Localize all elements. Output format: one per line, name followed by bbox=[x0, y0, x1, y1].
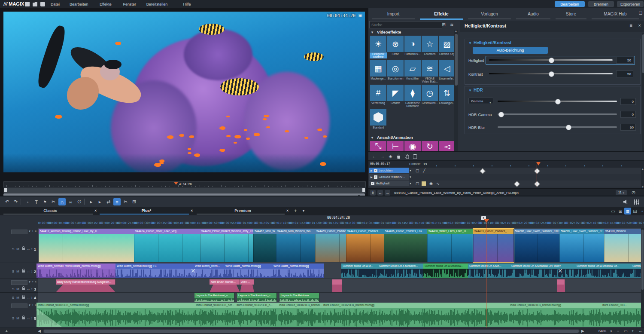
scene-overview-icon[interactable]: ⊞ bbox=[617, 208, 624, 214]
resize-h-icon[interactable]: ↔ bbox=[27, 270, 30, 273]
title-clip-body[interactable] bbox=[557, 285, 565, 292]
track-add-icon[interactable]: + bbox=[32, 280, 33, 283]
gamma-dropdown[interactable]: Gamma▼ bbox=[468, 98, 493, 104]
lock-icon[interactable] bbox=[22, 297, 25, 299]
lock-icon[interactable] bbox=[22, 248, 25, 250]
row-checkbox[interactable]: ✓ bbox=[371, 182, 374, 185]
track-close-icon[interactable]: × bbox=[35, 280, 36, 283]
keyframe-row-header[interactable]: ▶✓Größe/Position/... bbox=[369, 174, 409, 180]
curve-cut-icon[interactable]: ✂ bbox=[122, 198, 129, 205]
solo-button[interactable]: S bbox=[12, 316, 15, 320]
audio-clip[interactable]: Wind Blasts_norm... bbox=[194, 264, 225, 278]
mini-monitor-icon[interactable]: ▫ bbox=[639, 208, 644, 214]
animation-tile-size-position[interactable]: ⤡ bbox=[370, 141, 386, 151]
keyframe-scrollbar[interactable]: ▲ ▼ bbox=[641, 168, 644, 188]
unit-value[interactable]: 1s bbox=[423, 162, 427, 166]
v-scroll-thumb[interactable] bbox=[641, 230, 644, 290]
ambience-clip[interactable]: Laguna In The Rainforest_n... bbox=[237, 293, 277, 302]
video-clip[interactable]: 544460_Picnic_Basket_Woman_Jetty_Car bbox=[200, 229, 254, 262]
keyframe-ruler[interactable]: 00:00:05:17 Einheit: 1s bbox=[368, 160, 644, 168]
menu-datei[interactable]: Datei bbox=[51, 2, 60, 6]
title-clip[interactable]: Alex ... bbox=[240, 279, 254, 285]
video-clip[interactable]: 564320_Women... bbox=[604, 229, 644, 262]
row-dropdown-icon[interactable]: ▼ bbox=[408, 168, 413, 173]
resize-v-icon[interactable]: ↕ bbox=[31, 247, 33, 251]
mouse-mode-stretch-icon[interactable]: ⇄ bbox=[105, 198, 112, 205]
mute-button[interactable]: M bbox=[16, 270, 20, 273]
title-clip-body[interactable] bbox=[332, 285, 342, 292]
tab-store[interactable]: Store bbox=[556, 12, 586, 16]
delete-keyframe-icon[interactable] bbox=[395, 153, 402, 159]
music-clip[interactable]: Ibiza Chillout_983823EB_normal.mxcogg bbox=[322, 303, 509, 327]
range-start-handle[interactable] bbox=[4, 188, 7, 192]
vertical-scrollbar[interactable] bbox=[641, 228, 644, 328]
resize-v-icon[interactable]: ↕ bbox=[31, 296, 33, 300]
resize-v-icon[interactable]: ↕ bbox=[31, 270, 33, 273]
video-clip[interactable]: 544467_Man_W... bbox=[253, 229, 276, 262]
effect-tile-gaussian-blur[interactable]: ⧫ bbox=[404, 85, 421, 101]
slider-value[interactable]: 0 bbox=[620, 98, 636, 105]
keyframe-diamond[interactable] bbox=[514, 181, 520, 187]
prev-keyframe-icon[interactable]: ← bbox=[371, 153, 377, 159]
collapse-panel-icon[interactable]: ≫ bbox=[370, 190, 376, 196]
effect-tile-punch-shapes[interactable]: ◎ bbox=[387, 60, 404, 77]
copy-keyframe-icon[interactable] bbox=[404, 153, 410, 159]
preview-ruler[interactable]: 4:34:20 bbox=[3, 181, 366, 187]
zoom-range-icon[interactable]: ↔ bbox=[638, 329, 642, 333]
video-clip[interactable]: 544493_Canoe_Paddles_... bbox=[473, 229, 514, 262]
row-dropdown-icon[interactable]: ▼ bbox=[408, 181, 413, 186]
title-clip[interactable]: Baby Kruffy Randbeschneidung Ausgleich..… bbox=[56, 279, 115, 285]
row-dropdown-icon[interactable]: ▼ bbox=[408, 175, 413, 180]
mode-button-bearbeiten[interactable]: Bearbeiten bbox=[555, 1, 585, 7]
kf-scroll-up-icon[interactable]: ▲ bbox=[641, 168, 644, 170]
slider-knob[interactable] bbox=[566, 125, 571, 130]
audio-clip[interactable]: Wind Blasts_normal.mxcogg bbox=[36, 264, 64, 278]
resize-h-icon[interactable]: ↔ bbox=[27, 296, 30, 300]
track-close-icon[interactable]: × bbox=[35, 230, 36, 233]
object-mode-icon[interactable]: ≡ bbox=[113, 198, 121, 205]
audio-clip[interactable]: Wind Blasts_normal.mxcogg TS bbox=[115, 264, 194, 278]
effect-tile-look-matching[interactable]: ⇅ bbox=[439, 85, 455, 101]
music-clip[interactable]: Ibiza Chillout_983... bbox=[601, 303, 644, 327]
clock-icon[interactable]: ◷ bbox=[632, 190, 635, 195]
keyframe-row-header[interactable]: ▶✓Leuchten bbox=[369, 168, 409, 173]
speaker-icon[interactable] bbox=[623, 199, 629, 205]
trash-icon[interactable]: ◦ bbox=[24, 198, 31, 205]
row-swatch-icon[interactable] bbox=[422, 181, 426, 186]
solo-button[interactable]: S bbox=[12, 270, 15, 273]
audio-clip[interactable]: Summer Mood On A M... bbox=[341, 264, 378, 278]
auto-exposure-button[interactable]: Auto-Belichtung bbox=[473, 47, 548, 54]
resize-h-icon[interactable]: ↔ bbox=[27, 287, 30, 291]
video-clip[interactable]: 544490_Water_Lilies_Lake_Li... bbox=[427, 229, 474, 262]
effect-tile-lens-flare[interactable]: ◁ bbox=[439, 60, 455, 77]
video-clip[interactable]: 544486_Canoe_Paddles_Lak... bbox=[384, 229, 428, 262]
solo-button[interactable]: S bbox=[12, 296, 15, 300]
panel-window-icon[interactable]: ❑ bbox=[639, 11, 642, 15]
effect-tile-color-palette[interactable]: ⊛ bbox=[387, 36, 404, 52]
mixer-icon[interactable] bbox=[633, 199, 640, 205]
track-name-input[interactable] bbox=[11, 303, 27, 308]
arranger-tab-classic[interactable]: Classic bbox=[3, 208, 97, 213]
video-clip[interactable]: 544417_Woman_Rowing_Canoe_Lake_By_H... bbox=[39, 229, 134, 262]
tab-effekte[interactable]: Effekte bbox=[420, 12, 463, 16]
slider-value[interactable]: 50 bbox=[616, 70, 633, 77]
h-scroll-thumb[interactable] bbox=[44, 330, 579, 333]
section-collapse-icon[interactable]: ▼ bbox=[468, 41, 472, 45]
solo-button[interactable]: S bbox=[12, 287, 15, 291]
preview-playhead-icon[interactable] bbox=[174, 182, 178, 185]
mute-button[interactable]: M bbox=[16, 316, 20, 320]
unlink-icon[interactable]: ∅ bbox=[76, 198, 83, 205]
music-clip[interactable]: Ibiza Chillout_983823EB_normal.mxcogg bbox=[509, 303, 601, 327]
title-clip[interactable]: Alex Brush Randb... bbox=[210, 279, 240, 285]
audio-clip[interactable]: Wind Blasts_normal.mxcogg bbox=[64, 264, 116, 278]
audio-clip[interactable]: Wind Blasts_normal.mxcogg bbox=[224, 264, 273, 278]
track-menu-icon[interactable]: ▼ bbox=[28, 230, 31, 233]
mode-button-brennen[interactable]: Brennen bbox=[588, 1, 614, 7]
mute-button[interactable]: M bbox=[16, 287, 20, 291]
ambience-clip[interactable]: Laguna In The Rainfores... bbox=[279, 293, 319, 302]
slider-value[interactable]: 60 bbox=[620, 124, 636, 131]
editor-menu-icon[interactable]: ≡ bbox=[630, 23, 632, 28]
resize-h-icon[interactable]: ↔ bbox=[27, 247, 30, 251]
resize-h-icon[interactable]: ↔ bbox=[27, 316, 30, 320]
zoom-in-icon[interactable]: + bbox=[632, 329, 634, 333]
